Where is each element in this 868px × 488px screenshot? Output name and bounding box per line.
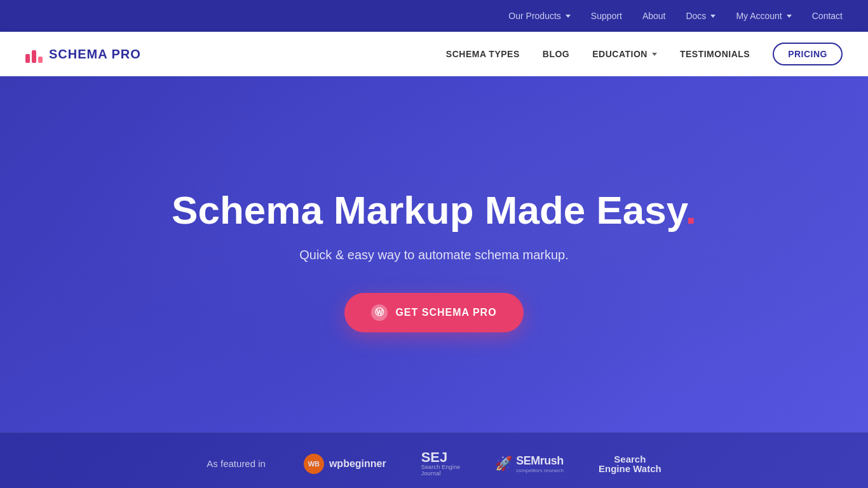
logo-icon [25,45,43,63]
topbar-contact[interactable]: Contact [812,11,843,21]
logo-bar-3 [38,57,43,63]
wpbeginner-text: wpbeginner [329,458,386,470]
hero-section: Schema Markup Made Easy. Quick & easy wa… [0,76,868,432]
sej-logo-block: SEJ Search EngineJournal [421,451,461,477]
cta-get-schema-pro-button[interactable]: Ⓦ GET SCHEMA PRO [344,293,523,332]
wordpress-icon: Ⓦ [371,304,388,321]
hero-title-dot: . [686,188,696,232]
featured-logos: WB wpbeginner SEJ Search EngineJournal 🚀… [304,451,661,477]
chevron-down-icon [566,15,571,18]
sej-logo: SEJ Search EngineJournal [421,451,461,477]
topbar-docs[interactable]: Docs [686,11,715,21]
topbar-our-products[interactable]: Our Products [508,11,570,21]
topbar-my-account[interactable]: My Account [736,11,791,21]
nav-blog[interactable]: BLOG [543,49,569,59]
logo-bar-2 [32,50,36,63]
logo-text: SCHEMA PRO [49,47,141,62]
hero-subtitle: Quick & easy way to automate schema mark… [299,248,569,262]
semrush-icon: 🚀 [495,456,512,472]
nav-pricing[interactable]: PRICING [773,43,843,65]
search-engine-watch-logo: Search Engine Watch [599,454,661,473]
chevron-down-icon [787,15,792,18]
semrush-text-block: SEMrush competitors research [516,454,564,473]
wpbeginner-logo: WB wpbeginner [304,454,386,474]
hero-title: Schema Markup Made Easy. [172,189,696,232]
logo-bar-1 [25,54,30,63]
nav-schema-types[interactable]: SCHEMA TYPES [446,49,520,59]
wpbeginner-icon: WB [304,454,324,474]
logo-link[interactable]: SCHEMA PRO [25,45,141,63]
topbar-about[interactable]: About [642,11,666,21]
semrush-logo: 🚀 SEMrush competitors research [495,454,564,473]
topbar-support[interactable]: Support [591,11,622,21]
main-nav: SCHEMA PRO SCHEMA TYPES BLOG EDUCATION T… [0,32,868,76]
featured-bar: As featured in WB wpbeginner SEJ Search … [0,432,868,488]
top-bar: Our Products Support About Docs My Accou… [0,0,868,32]
sewatch-text-block: Search Engine Watch [599,454,661,473]
chevron-down-icon [710,15,715,18]
nav-testimonials[interactable]: TESTIMONIALS [680,49,750,59]
chevron-down-icon [652,53,657,56]
nav-links: SCHEMA TYPES BLOG EDUCATION TESTIMONIALS… [446,43,843,65]
featured-label: As featured in [207,458,266,469]
nav-education[interactable]: EDUCATION [592,49,657,59]
